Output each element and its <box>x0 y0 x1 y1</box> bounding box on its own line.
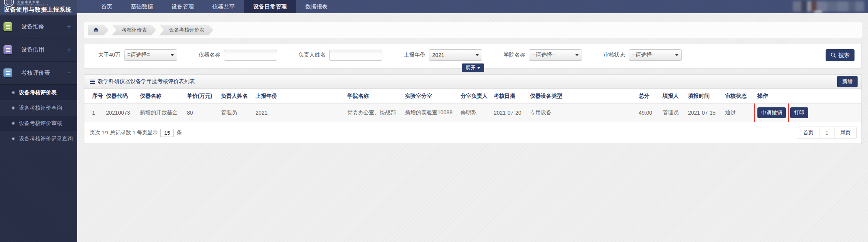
col-header: 总分 <box>636 89 659 103</box>
last-page-button[interactable]: 尾页 <box>834 127 857 139</box>
sidebar: 安徽建筑大学 ANHUI JIANZHU UNIVERSITY 设备使用与数据上… <box>0 0 77 242</box>
over-40w-select[interactable]: =请选择= <box>124 49 177 61</box>
list-icon <box>90 80 95 84</box>
cell-index: 1 <box>84 103 103 122</box>
select-value: 2021 <box>432 52 444 58</box>
device-borrow-icon <box>3 45 12 54</box>
top-nav: 首页 基础数据 设备管理 仪器共享 设备日常管理 数据报表 <box>77 0 868 13</box>
search-icon <box>831 52 836 58</box>
col-header: 学院名称 <box>344 89 402 103</box>
col-header: 单价(万元) <box>184 89 218 103</box>
sidebar-item-label: 设备借用 <box>21 46 44 53</box>
pagination: 页次 1/1 总记录数 1 每页显示 15 条 首页 1 尾页 <box>84 122 861 144</box>
col-header: 实验室分室 <box>402 89 458 103</box>
assessment-table-panel: 教学科研仪器设备学年度考核评价表列表 新增 序号 仪器代码 仪器名称 单价(万元… <box>84 74 862 144</box>
nav-item-data-reports[interactable]: 数据报表 <box>296 0 337 13</box>
sidebar-item-device-assessment-audit[interactable]: 设备考核评价审核 <box>0 115 77 131</box>
logo-block: 安徽建筑大学 ANHUI JIANZHU UNIVERSITY 设备使用与数据上… <box>0 0 77 15</box>
university-name-cn: 安徽建筑大学 <box>17 1 74 4</box>
cell-instrument-name: 新增的开放基金 <box>137 103 184 122</box>
breadcrumb-item[interactable]: 考核评价表 <box>112 25 156 35</box>
expand-button-label: 展开 <box>466 65 475 71</box>
sidebar-item-label: 考核评价表 <box>21 69 50 77</box>
audit-status-select[interactable]: --请选择-- <box>629 49 682 61</box>
sidebar-item-device-borrow[interactable]: 设备借用 + <box>0 38 77 62</box>
sidebar-menu: 设备维修 + 设备借用 + 考核评价表 − 设备考核评价表 设备考核评价查询 <box>0 15 77 146</box>
cell-person-name: 管理员 <box>218 103 252 122</box>
table-header-row: 序号 仪器代码 仪器名称 单价(万元) 负责人姓名 上报年份 学院名称 实验室分… <box>84 89 861 103</box>
report-year-select[interactable]: 2021 <box>429 49 482 61</box>
page-size-input[interactable]: 15 <box>160 129 174 137</box>
cell-fill-time: 2021-07-15 <box>685 103 722 122</box>
home-icon <box>93 27 99 32</box>
person-name-input[interactable] <box>329 50 382 61</box>
device-repair-icon <box>3 22 12 31</box>
add-button[interactable]: 新增 <box>837 76 858 87</box>
first-page-button[interactable]: 首页 <box>797 127 819 139</box>
col-header: 上报年份 <box>252 89 344 103</box>
caret-down-icon <box>476 54 479 56</box>
search-button-label: 搜索 <box>838 52 849 59</box>
user-info-redacted[interactable] <box>793 1 864 12</box>
cell-instrument-code: 20210073 <box>103 103 137 122</box>
cell-room-manager: 修明乾 <box>458 103 491 122</box>
sidebar-item-device-repair[interactable]: 设备维修 + <box>0 15 77 38</box>
caret-down-icon <box>171 54 174 56</box>
col-header: 考核日期 <box>491 89 527 103</box>
plus-icon: + <box>67 23 71 31</box>
col-header: 填报人 <box>659 89 685 103</box>
cell-college-name: 党委办公室、统战部 <box>344 103 402 122</box>
col-header: 仪器代码 <box>103 89 137 103</box>
sidebar-item-device-assessment-form[interactable]: 设备考核评价表 <box>0 85 77 100</box>
nav-item-device-management[interactable]: 设备管理 <box>162 0 203 13</box>
caret-down-icon <box>675 54 678 56</box>
filter-label-report-year: 上报年份 <box>404 52 426 58</box>
university-name-en: ANHUI JIANZHU UNIVERSITY <box>17 4 74 6</box>
sub-item-label: 设备考核评价表 <box>19 89 57 96</box>
table-row: 1 20210073 新增的开放基金 80 管理员 2021 党委办公室、统战部… <box>84 103 861 122</box>
col-header: 填报时间 <box>685 89 722 103</box>
col-header: 审核状态 <box>722 89 754 103</box>
col-header: 操作 <box>754 89 861 103</box>
cell-actions: 申请撤销 打印 <box>754 103 861 122</box>
col-header: 分室负责人 <box>458 89 491 103</box>
filter-label-over-40w: 大于40万 <box>98 52 121 58</box>
nav-item-daily-device-management[interactable]: 设备日常管理 <box>244 0 296 13</box>
college-name-select[interactable]: --请选择-- <box>529 49 582 61</box>
filter-label-audit-status: 审核状态 <box>604 52 625 58</box>
nav-item-base-data[interactable]: 基础数据 <box>121 0 162 13</box>
breadcrumb-item-current[interactable]: 设备考核评价表 <box>159 25 214 35</box>
cell-filler: 管理员 <box>659 103 685 122</box>
cell-unit-price: 80 <box>184 103 218 122</box>
nav-item-home[interactable]: 首页 <box>92 0 121 13</box>
filter-label-person-name: 负责人姓名 <box>299 52 326 58</box>
sidebar-item-assessment-forms[interactable]: 考核评价表 − <box>0 62 77 85</box>
col-header: 序号 <box>84 89 103 103</box>
breadcrumb-home[interactable] <box>88 25 109 35</box>
panel-title: 教学科研仪器设备学年度考核评价表列表 <box>98 78 195 85</box>
nav-item-instrument-sharing[interactable]: 仪器共享 <box>203 0 244 13</box>
request-revoke-button[interactable]: 申请撤销 <box>757 107 786 118</box>
assessment-forms-icon <box>3 68 12 77</box>
filter-panel: 大于40万 =请选择= 仪器名称 负责人姓名 上报年份 2021 学院名称 --… <box>84 43 862 68</box>
search-button[interactable]: 搜索 <box>826 49 855 61</box>
sub-item-label: 设备考核评价审核 <box>19 120 62 127</box>
sidebar-item-label: 设备维修 <box>21 23 44 30</box>
instrument-name-input[interactable] <box>224 50 277 61</box>
sub-item-label: 设备考核评价查询 <box>19 105 62 112</box>
expand-filters-button[interactable]: 展开 <box>462 63 484 72</box>
print-button[interactable]: 打印 <box>790 107 808 118</box>
sidebar-item-device-assessment-query[interactable]: 设备考核评价查询 <box>0 100 77 115</box>
select-value: --请选择-- <box>632 52 656 58</box>
pagination-summary: 页次 1/1 总记录数 1 每页显示 <box>90 129 158 136</box>
filter-label-college-name: 学院名称 <box>504 52 525 58</box>
cell-audit-status: 通过 <box>722 103 754 122</box>
cell-device-type: 专用设备 <box>527 103 636 122</box>
cell-report-year: 2021 <box>252 103 344 122</box>
sidebar-item-device-assessment-record-query[interactable]: 设备考核评价记录查询 <box>0 131 77 146</box>
panel-header: 教学科研仪器设备学年度考核评价表列表 新增 <box>84 75 861 89</box>
minus-icon: − <box>67 69 71 77</box>
caret-down-icon <box>477 67 480 69</box>
cell-total-score: 49.00 <box>636 103 659 122</box>
page-number-button[interactable]: 1 <box>819 127 834 139</box>
